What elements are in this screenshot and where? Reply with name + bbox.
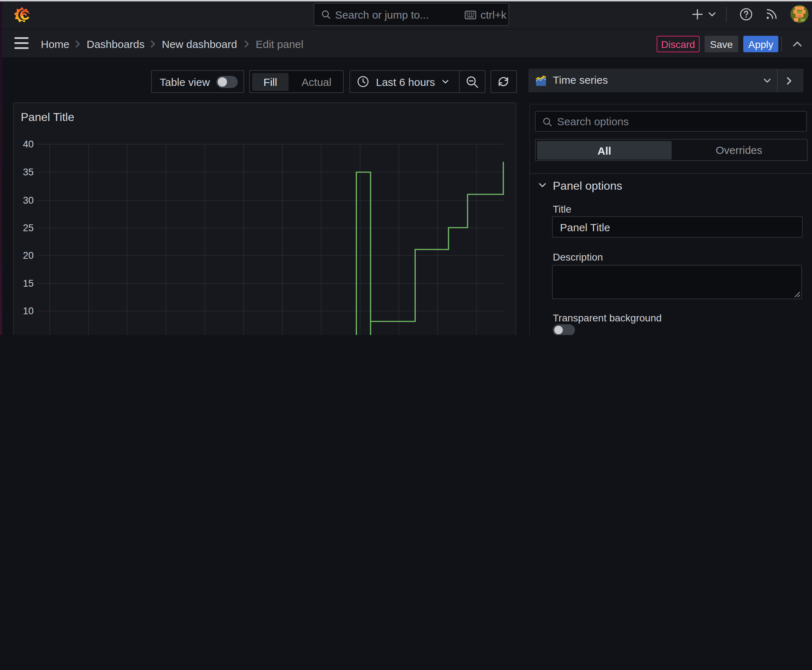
svg-text:30: 30 bbox=[23, 195, 34, 206]
svg-text:40: 40 bbox=[23, 139, 34, 150]
svg-text:35: 35 bbox=[23, 167, 34, 178]
svg-text:5: 5 bbox=[28, 333, 34, 335]
svg-text:10: 10 bbox=[23, 306, 34, 316]
svg-text:15: 15 bbox=[23, 278, 34, 289]
svg-text:25: 25 bbox=[23, 223, 34, 233]
svg-text:20: 20 bbox=[23, 250, 34, 261]
